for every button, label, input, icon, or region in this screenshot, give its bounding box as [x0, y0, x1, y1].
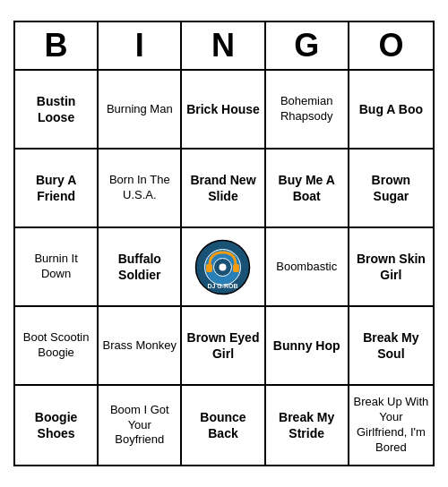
- bingo-cell-3[interactable]: Bohemian Rhapsody: [266, 71, 349, 150]
- bingo-cell-6[interactable]: Born In The U.S.A.: [99, 150, 182, 228]
- bingo-cell-1[interactable]: Burning Man: [99, 71, 182, 150]
- bingo-cell-2[interactable]: Brick House: [182, 71, 265, 150]
- header-letter-o: O: [349, 22, 433, 69]
- bingo-card: BINGO Bustin LooseBurning ManBrick House…: [13, 21, 435, 466]
- bingo-cell-21[interactable]: Boom I Got Your Boyfriend: [99, 386, 182, 465]
- bingo-cell-11[interactable]: Buffalo Soldier: [99, 228, 182, 307]
- bingo-cell-5[interactable]: Bury A Friend: [15, 150, 99, 228]
- bingo-cell-18[interactable]: Bunny Hop: [266, 307, 349, 386]
- bingo-header: BINGO: [15, 22, 433, 71]
- dj-icon: DJ G-ROB: [194, 238, 252, 296]
- header-letter-b: B: [15, 22, 99, 69]
- header-letter-i: I: [99, 22, 182, 69]
- header-letter-n: N: [182, 22, 265, 69]
- header-letter-g: G: [266, 22, 349, 69]
- bingo-cell-4[interactable]: Bug A Boo: [349, 71, 433, 150]
- bingo-cell-12[interactable]: DJ G-ROB: [182, 228, 265, 307]
- bingo-cell-17[interactable]: Brown Eyed Girl: [182, 307, 265, 386]
- bingo-cell-9[interactable]: Brown Sugar: [349, 150, 433, 228]
- bingo-cell-8[interactable]: Buy Me A Boat: [266, 150, 349, 228]
- bingo-cell-22[interactable]: Bounce Back: [182, 386, 265, 465]
- bingo-cell-24[interactable]: Break Up With Your Girlfriend, I'm Bored: [349, 386, 433, 465]
- bingo-grid: Bustin LooseBurning ManBrick HouseBohemi…: [15, 71, 433, 465]
- svg-point-3: [220, 263, 227, 270]
- bingo-cell-13[interactable]: Boombastic: [266, 228, 349, 307]
- bingo-cell-0[interactable]: Bustin Loose: [15, 71, 99, 150]
- bingo-cell-7[interactable]: Brand New Slide: [182, 150, 265, 228]
- bingo-cell-23[interactable]: Break My Stride: [266, 386, 349, 465]
- bingo-cell-16[interactable]: Brass Monkey: [99, 307, 182, 386]
- bingo-cell-15[interactable]: Boot Scootin Boogie: [15, 307, 99, 386]
- svg-rect-5: [233, 264, 239, 272]
- svg-rect-4: [206, 264, 212, 272]
- bingo-cell-19[interactable]: Break My Soul: [349, 307, 433, 386]
- bingo-cell-14[interactable]: Brown Skin Girl: [349, 228, 433, 307]
- bingo-cell-10[interactable]: Burnin It Down: [15, 228, 99, 307]
- bingo-cell-20[interactable]: Boogie Shoes: [15, 386, 99, 465]
- svg-text:DJ G-ROB: DJ G-ROB: [208, 283, 238, 289]
